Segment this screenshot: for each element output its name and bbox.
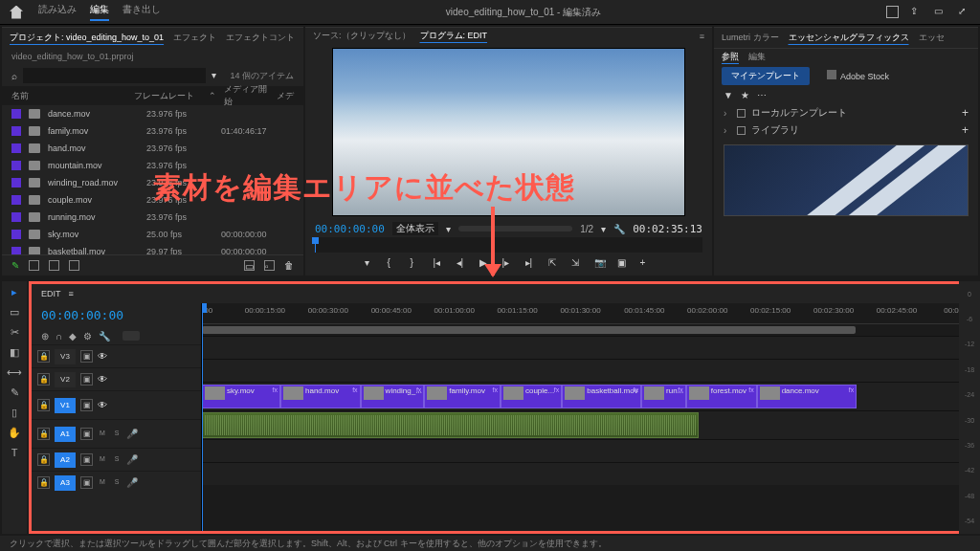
tab-project[interactable]: プロジェクト: video_editing_how_to_01 xyxy=(10,32,164,44)
target-toggle[interactable]: ▣ xyxy=(80,350,93,363)
track-label[interactable]: V2 xyxy=(55,372,76,387)
resolution-select[interactable]: 1/2 xyxy=(580,224,593,234)
trash-icon[interactable]: 🗑 xyxy=(284,260,294,271)
timecode-left[interactable]: 00:00:00:00 xyxy=(315,223,385,235)
track-label[interactable]: A1 xyxy=(55,427,76,442)
plus-icon[interactable]: + xyxy=(962,106,969,120)
lift-icon[interactable]: ⇱ xyxy=(548,257,562,271)
label-swatch[interactable] xyxy=(11,161,21,170)
checkbox[interactable] xyxy=(737,126,746,135)
fx-badge[interactable]: fx xyxy=(492,386,497,393)
sequence-name[interactable]: EDIT xyxy=(41,289,61,298)
button-editor-icon[interactable]: + xyxy=(640,257,654,271)
export-frame-icon[interactable]: 📷 xyxy=(594,257,608,271)
compare-icon[interactable]: ▣ xyxy=(617,257,631,271)
solo-button[interactable]: S xyxy=(112,430,122,439)
track-a3-row[interactable] xyxy=(202,462,971,485)
tool-2[interactable]: ✂ xyxy=(8,325,21,339)
track-v1-row[interactable]: sky.movfxhand.movfxwinding_...fxfamily.m… xyxy=(202,382,971,410)
track-v3-row[interactable] xyxy=(202,336,971,359)
zoom-select[interactable]: 全体表示 xyxy=(392,222,438,235)
file-row[interactable]: dance.mov23.976 fps xyxy=(2,105,303,122)
solo-button[interactable]: S xyxy=(112,478,122,488)
lock-icon[interactable]: 🔒 xyxy=(37,399,50,411)
tab-effects[interactable]: エフェクト xyxy=(173,32,216,44)
tab-source[interactable]: ソース:（クリップなし） xyxy=(313,30,411,42)
timeline-timecode[interactable]: 00:00:00:00 xyxy=(32,303,201,327)
vtrack-header-V3[interactable]: 🔒V3▣👁 xyxy=(32,344,201,367)
tool-8[interactable]: T xyxy=(8,446,21,459)
mark-in-icon[interactable]: { xyxy=(388,257,401,271)
file-row[interactable]: basketball.mov29.97 fps00:00:00:00 xyxy=(2,243,303,254)
track-a2-row[interactable] xyxy=(202,439,971,462)
subtab-edit[interactable]: 編集 xyxy=(748,51,766,63)
cc-badge[interactable] xyxy=(122,331,140,341)
video-clip[interactable]: sky.movfx xyxy=(202,385,280,408)
lock-icon[interactable]: 🔒 xyxy=(37,350,50,363)
project-search-input[interactable] xyxy=(23,68,206,83)
mute-button[interactable]: M xyxy=(98,455,107,465)
file-row[interactable]: hand.mov23.976 fps xyxy=(2,140,303,157)
step-back-icon[interactable]: ◂| xyxy=(457,257,470,271)
target-toggle[interactable]: ▣ xyxy=(80,453,93,466)
pen-icon[interactable]: ✎ xyxy=(11,260,19,271)
wrench-icon[interactable]: 🔧 xyxy=(99,331,110,342)
filter-icon[interactable]: ▾ xyxy=(212,70,224,82)
nav-edit[interactable]: 編集 xyxy=(90,3,109,21)
fx-badge[interactable]: fx xyxy=(849,386,854,393)
lock-icon[interactable]: 🔒 xyxy=(37,476,50,489)
target-toggle[interactable]: ▣ xyxy=(80,428,93,440)
file-row[interactable]: family.mov23.976 fps01:40:46:17 xyxy=(2,122,303,140)
subtab-browse[interactable]: 参照 xyxy=(722,51,739,63)
timeline-ruler[interactable]: :00:0000:00:15:0000:00:30:0000:00:45:000… xyxy=(202,303,971,324)
share-icon[interactable]: ⇪ xyxy=(910,6,923,18)
label-swatch[interactable] xyxy=(11,230,21,239)
tab-program[interactable]: プログラム: EDIT xyxy=(420,30,488,42)
work-area-bar[interactable] xyxy=(202,326,856,334)
zoom-slider[interactable] xyxy=(458,226,572,231)
lock-icon[interactable]: 🔒 xyxy=(37,428,50,440)
sort-icon[interactable]: ⌃ xyxy=(209,91,216,100)
target-toggle[interactable]: ▣ xyxy=(80,399,93,411)
eye-icon[interactable]: 👁 xyxy=(98,351,108,362)
linked-sel-icon[interactable]: ∩ xyxy=(56,331,62,342)
tab-lumetri[interactable]: Lumetri カラー xyxy=(722,32,779,44)
quick-export-icon[interactable]: ▭ xyxy=(934,6,947,18)
res-chevron-icon[interactable]: ▾ xyxy=(601,224,606,234)
label-swatch[interactable] xyxy=(11,109,21,119)
mute-button[interactable]: M xyxy=(98,478,107,488)
audio-clip[interactable] xyxy=(202,412,699,438)
mic-icon[interactable]: 🎤 xyxy=(126,454,138,465)
video-clip[interactable]: winding_...fx xyxy=(361,385,425,408)
label-swatch[interactable] xyxy=(11,143,21,153)
lock-icon[interactable]: 🔒 xyxy=(37,453,50,466)
label-swatch[interactable] xyxy=(11,126,21,136)
freeform-view-icon[interactable] xyxy=(69,260,79,271)
adobe-stock-button[interactable]: Adobe Stock xyxy=(819,67,897,84)
track-label[interactable]: A2 xyxy=(55,452,76,468)
tab-effect-controls[interactable]: エフェクトコント xyxy=(226,32,295,44)
tool-4[interactable]: ⟷ xyxy=(8,365,21,379)
essential-row[interactable]: ›ローカルテンプレート+ xyxy=(724,104,969,121)
monitor-timeline[interactable] xyxy=(315,237,702,253)
home-icon[interactable] xyxy=(10,6,23,19)
tool-5[interactable]: ✎ xyxy=(8,386,21,399)
workspace-icon[interactable] xyxy=(886,6,899,18)
marker-icon[interactable]: ◆ xyxy=(69,331,77,342)
settings-icon[interactable]: ⚙ xyxy=(83,331,92,342)
label-swatch[interactable] xyxy=(11,247,21,254)
essential-row[interactable]: ›ライブラリ+ xyxy=(724,121,969,139)
vtrack-header-V1[interactable]: 🔒V1▣👁 xyxy=(32,390,201,419)
monitor-playhead[interactable] xyxy=(315,237,316,253)
funnel-icon[interactable]: ▼ xyxy=(724,90,733,100)
fx-badge[interactable]: fx xyxy=(273,386,278,393)
video-clip[interactable]: couple...fx xyxy=(501,385,562,408)
monitor-menu-icon[interactable]: ≡ xyxy=(700,32,704,41)
snap-icon[interactable]: ⊕ xyxy=(41,331,49,342)
atrack-header-A1[interactable]: 🔒A1▣MS🎤 xyxy=(32,419,201,448)
fx-badge[interactable]: fx xyxy=(678,386,682,393)
file-row[interactable]: running.mov23.976 fps xyxy=(2,209,303,226)
track-label[interactable]: V3 xyxy=(55,349,76,364)
tool-6[interactable]: ▯ xyxy=(8,406,21,419)
track-label[interactable]: A3 xyxy=(55,475,76,491)
